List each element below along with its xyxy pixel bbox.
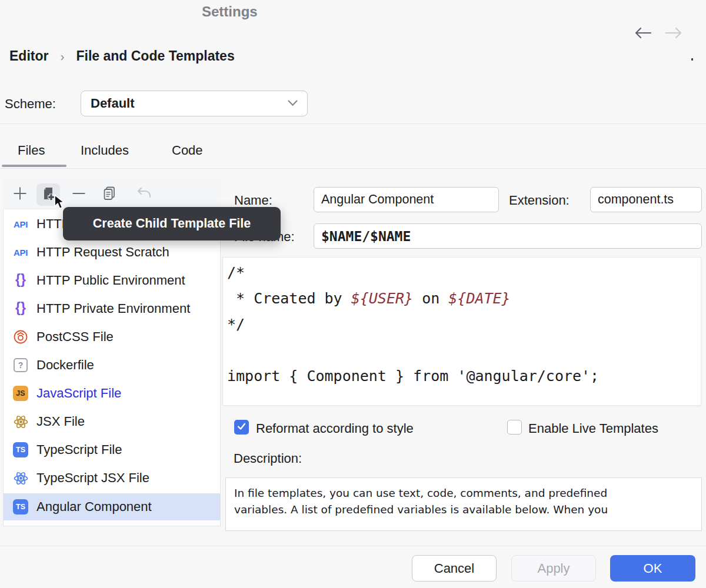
api-icon: API: [12, 219, 29, 229]
list-item-postcss-file[interactable]: PostCSS File: [4, 323, 220, 351]
forward-arrow-button[interactable]: [664, 26, 684, 42]
remove-template-button[interactable]: [67, 183, 91, 206]
description-label: Description:: [234, 451, 302, 466]
file-name-value: $NAME/$NAME: [321, 229, 411, 244]
mouse-cursor-icon: [53, 194, 68, 214]
tab-code[interactable]: Code: [172, 143, 203, 158]
breadcrumb-separator-icon: ›: [60, 49, 64, 64]
reformat-checkbox[interactable]: [234, 420, 249, 435]
code-line: import { Component } from '@angular/core…: [227, 368, 599, 385]
back-arrow-icon: [634, 26, 652, 42]
template-variable: ${USER}: [351, 290, 413, 307]
template-code-editor[interactable]: /* * Created by ${USER} on ${DATE} */ im…: [222, 257, 701, 406]
copy-template-button[interactable]: [98, 183, 121, 206]
template-label: PostCSS File: [36, 329, 114, 345]
tooltip: Create Child Template File: [63, 207, 281, 240]
divider: [0, 168, 706, 169]
code-line: /*: [227, 264, 245, 281]
divider: [0, 546, 706, 546]
tab-files[interactable]: Files: [18, 143, 45, 158]
javascript-icon: JS: [12, 386, 29, 401]
name-value: Angular Component: [321, 192, 434, 207]
template-label: Dockerfile: [36, 358, 94, 373]
extension-label: Extension:: [509, 193, 570, 208]
code-line: on: [413, 290, 448, 307]
braces-icon: {}: [12, 273, 29, 288]
name-input[interactable]: Angular Component: [314, 187, 499, 212]
scheme-value: Default: [91, 96, 135, 111]
scheme-dropdown[interactable]: Default: [81, 91, 308, 116]
list-item-typescript-file[interactable]: TS TypeScript File: [4, 436, 220, 464]
cancel-button-label: Cancel: [434, 561, 474, 576]
name-label: Name:: [234, 193, 272, 208]
reset-template-button[interactable]: [132, 183, 156, 206]
typescript-icon: TS: [12, 499, 29, 514]
list-item-jsx-file[interactable]: JSX File: [4, 407, 220, 436]
tab-includes[interactable]: Includes: [81, 143, 129, 158]
template-label: HTTP Private Environment: [36, 301, 190, 316]
ok-button[interactable]: OK: [610, 555, 695, 582]
apply-button-label: Apply: [537, 561, 570, 576]
braces-icon: {}: [12, 301, 29, 316]
plus-icon: [12, 186, 28, 203]
template-label: HTTP Request Scratch: [36, 245, 169, 260]
minus-icon: [71, 186, 86, 203]
list-item-angular-component-selected[interactable]: TS Angular Component: [4, 493, 220, 520]
list-item-http-private-environment[interactable]: {} HTTP Private Environment: [4, 295, 220, 323]
template-label: HTTP Public Environment: [36, 273, 185, 288]
divider: [0, 123, 706, 124]
undo-icon: [136, 186, 152, 203]
breadcrumb: Editor › File and Code Templates: [9, 48, 235, 64]
forward-arrow-icon: [664, 26, 683, 42]
breadcrumb-editor[interactable]: Editor: [9, 48, 48, 64]
description-text: variables. A list of predefined variable…: [234, 502, 693, 518]
extension-value: component.ts: [598, 192, 674, 207]
back-arrow-button[interactable]: [633, 26, 653, 42]
template-label: TypeScript JSX File: [36, 470, 149, 486]
description-text: In file templates, you can use text, cod…: [234, 485, 693, 502]
list-item-http-request-scratch[interactable]: API HTTP Request Scratch: [4, 238, 220, 266]
copy-icon: [102, 186, 117, 203]
api-icon: API: [12, 248, 29, 258]
template-label: JavaScript File: [36, 386, 121, 401]
description-box: In file templates, you can use text, cod…: [225, 477, 702, 531]
list-item-http-public-environment[interactable]: {} HTTP Public Environment: [4, 266, 220, 295]
extension-input[interactable]: component.ts: [590, 187, 702, 212]
reformat-checkbox-label[interactable]: Reformat according to style: [256, 421, 414, 436]
apply-button[interactable]: Apply: [511, 555, 596, 582]
window-title: Settings: [202, 4, 258, 20]
postcss-icon: [12, 329, 29, 345]
list-item-javascript-file[interactable]: JS JavaScript File: [4, 379, 220, 407]
unknown-file-icon: ?: [12, 358, 29, 372]
cancel-button[interactable]: Cancel: [412, 555, 497, 582]
template-label: TypeScript File: [36, 442, 122, 457]
ok-button-label: OK: [644, 561, 662, 576]
template-label: JSX File: [36, 414, 85, 429]
live-templates-checkbox[interactable]: [507, 420, 522, 435]
code-line: * Created by: [227, 290, 351, 307]
file-name-input[interactable]: $NAME/$NAME: [314, 223, 702, 249]
react-icon: [12, 414, 29, 430]
chevron-down-icon: [288, 98, 298, 109]
template-label: Angular Component: [36, 499, 152, 514]
list-item-typescript-jsx-file[interactable]: TypeScript JSX File: [4, 464, 220, 492]
scheme-label: Scheme:: [5, 96, 56, 112]
artifact-dot: [691, 58, 693, 61]
breadcrumb-page: File and Code Templates: [76, 48, 234, 64]
tooltip-text: Create Child Template File: [93, 216, 251, 231]
react-icon: [12, 470, 29, 486]
add-template-button[interactable]: [8, 183, 32, 206]
list-item-dockerfile[interactable]: ? Dockerfile: [4, 351, 220, 379]
checkmark-icon: [237, 422, 246, 433]
typescript-icon: TS: [12, 442, 29, 457]
active-tab-underline: [2, 165, 66, 167]
template-variable: ${DATE}: [448, 290, 510, 307]
code-line: */: [227, 316, 245, 333]
live-templates-checkbox-label[interactable]: Enable Live Templates: [528, 421, 658, 436]
